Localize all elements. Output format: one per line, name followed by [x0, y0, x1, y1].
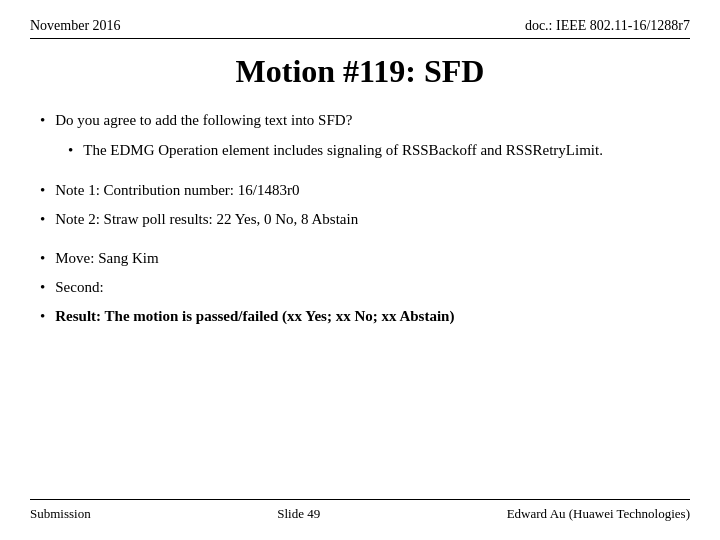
bullet-item-5: • Second:: [40, 277, 680, 298]
bullet-text-5: Second:: [55, 277, 103, 298]
bullet-text-4: Move: Sang Kim: [55, 248, 158, 269]
bullet-dot-5: •: [40, 277, 45, 298]
bullet-item-4: • Move: Sang Kim: [40, 248, 680, 269]
header-doc: doc.: IEEE 802.11-16/1288r7: [525, 18, 690, 34]
bullet-dot-6: •: [40, 306, 45, 327]
sub-bullet-item-1: • The EDMG Operation element includes si…: [68, 139, 680, 162]
bullet-item-6: • Result: The motion is passed/failed (x…: [40, 306, 680, 327]
bullet-section-3: • Move: Sang Kim • Second: • Result: The…: [40, 248, 680, 327]
slide: November 2016 doc.: IEEE 802.11-16/1288r…: [0, 0, 720, 540]
bullet-section-2: • Note 1: Contribution number: 16/1483r0…: [40, 180, 680, 230]
bullet-section-1: • Do you agree to add the following text…: [40, 110, 680, 162]
sub-bullet-section: • The EDMG Operation element includes si…: [68, 139, 680, 162]
footer: Submission Slide 49 Edward Au (Huawei Te…: [30, 499, 690, 522]
sub-bullet-text-1: The EDMG Operation element includes sign…: [83, 139, 603, 162]
bullet-dot-3: •: [40, 209, 45, 230]
sub-bullet-dot-1: •: [68, 139, 73, 162]
bullet-dot-4: •: [40, 248, 45, 269]
bullet-text-6: Result: The motion is passed/failed (xx …: [55, 306, 454, 327]
slide-title: Motion #119: SFD: [30, 53, 690, 90]
header: November 2016 doc.: IEEE 802.11-16/1288r…: [30, 18, 690, 39]
bullet-text-2: Note 1: Contribution number: 16/1483r0: [55, 180, 299, 201]
bullet-text-3: Note 2: Straw poll results: 22 Yes, 0 No…: [55, 209, 358, 230]
bullet-text-1: Do you agree to add the following text i…: [55, 110, 352, 131]
footer-author: Edward Au (Huawei Technologies): [507, 506, 690, 522]
slide-content: • Do you agree to add the following text…: [30, 110, 690, 499]
bullet-dot-1: •: [40, 110, 45, 131]
bullet-dot-2: •: [40, 180, 45, 201]
bullet-item-2: • Note 1: Contribution number: 16/1483r0: [40, 180, 680, 201]
bullet-item-1: • Do you agree to add the following text…: [40, 110, 680, 131]
header-date: November 2016: [30, 18, 121, 34]
footer-submission: Submission: [30, 506, 91, 522]
footer-slide: Slide 49: [277, 506, 320, 522]
bullet-item-3: • Note 2: Straw poll results: 22 Yes, 0 …: [40, 209, 680, 230]
